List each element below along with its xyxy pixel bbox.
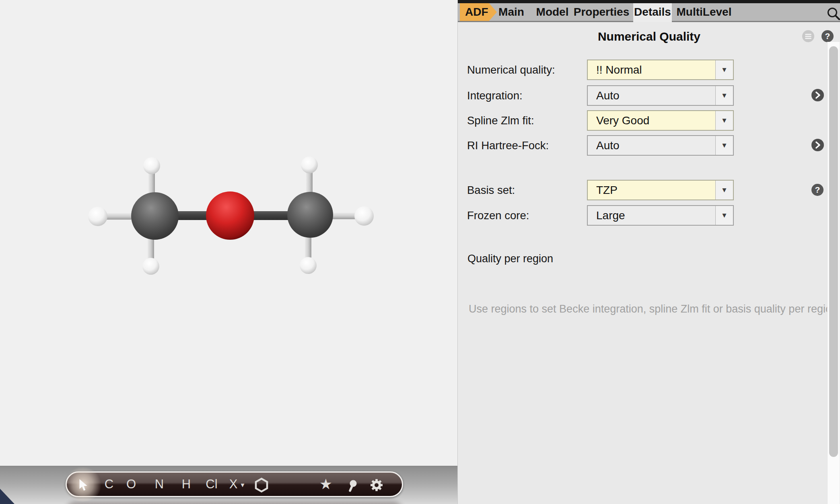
cursor-arrow-icon [78,479,88,492]
settings-panel: ADF Main Model Properties Details MultiL… [457,0,840,504]
frozen-core-select[interactable]: Large ▼ [587,205,734,226]
ring-tool-button[interactable] [254,473,269,496]
hexagon-ring-icon [254,477,269,494]
spline-zlm-fit-select[interactable]: Very Good ▼ [587,110,734,131]
chevron-down-icon: ▼ [721,92,728,99]
panel-menu-button[interactable] [802,30,814,42]
tab-multilevel[interactable]: MultiLevel [677,3,732,21]
basis-set-value: TZP [588,181,715,200]
pin-tool-icon [346,478,358,492]
tab-properties[interactable]: Properties [574,3,630,21]
tab-details[interactable]: Details [634,3,671,21]
chevron-down-icon: ▼ [721,212,728,219]
frozen-core-label: Frozen core: [467,205,529,226]
element-toolbar: C O N H Cl X ▼ ★ [66,471,403,497]
frozen-core-value: Large [588,206,715,225]
molecule-3d-render [0,0,457,504]
integration-label: Integration: [467,85,523,106]
dropdown-arrow-button[interactable]: ▼ [715,181,733,200]
dropdown-arrow-button[interactable]: ▼ [715,136,733,155]
dropdown-arrow-button[interactable]: ▼ [715,86,733,105]
chevron-down-icon: ▼ [721,142,728,149]
atom-c [287,192,333,238]
chevron-down-icon: ▼ [721,186,728,194]
basis-set-label: Basis set: [467,180,515,200]
numerical-quality-select[interactable]: !! Normal ▼ [587,60,734,80]
toolbar-reflection [66,502,403,504]
search-button[interactable] [826,6,840,21]
integration-value: Auto [588,86,715,105]
panel-help-button[interactable]: ? [821,30,834,42]
pin-tool-button[interactable] [346,473,358,496]
numerical-quality-value: !! Normal [588,60,715,79]
ri-hartree-fock-value: Auto [588,136,715,155]
atom-h [142,258,159,275]
favorites-star-button[interactable]: ★ [319,473,332,496]
scrollbar-track[interactable] [827,42,840,504]
element-c-button[interactable]: C [105,473,113,496]
element-n-button[interactable]: N [155,473,164,496]
integration-select[interactable]: Auto ▼ [587,85,734,106]
numerical-quality-label: Numerical quality: [467,60,555,80]
chevron-right-icon [811,89,824,101]
tab-main[interactable]: Main [498,3,524,21]
atom-h [301,156,318,173]
hamburger-menu-icon [802,34,814,39]
dropdown-arrow-button[interactable]: ▼ [715,206,733,225]
atom-h [88,207,107,226]
gear-icon [369,477,384,493]
scrollbar-thumb[interactable] [829,46,838,457]
element-h-button[interactable]: H [182,473,191,496]
chevron-right-icon [811,139,824,151]
search-icon [826,6,840,21]
ri-hartree-fock-detail-button[interactable] [811,139,824,151]
element-o-button[interactable]: O [126,473,136,496]
atom-h [143,157,160,174]
dropdown-arrow-button[interactable]: ▼ [715,60,733,79]
basis-set-select[interactable]: TZP ▼ [587,180,734,200]
molecule-viewport[interactable]: C O N H Cl X ▼ ★ [0,0,457,504]
tab-model[interactable]: Model [536,3,569,21]
settings-gear-button[interactable] [369,473,384,496]
element-x-button[interactable]: X [229,473,238,496]
ri-hartree-fock-label: RI Hartree-Fock: [467,135,549,156]
atom-o [206,191,254,240]
dropdown-arrow-button[interactable]: ▼ [715,111,733,130]
chevron-down-icon: ▼ [721,117,728,124]
app-window: C O N H Cl X ▼ ★ [0,0,840,504]
atom-c [131,192,179,240]
basis-set-help-button[interactable]: ? [811,184,824,196]
region-hint-text: Use regions to set Becke integration, sp… [469,303,838,315]
tab-adf[interactable]: ADF [460,3,497,21]
element-cl-button[interactable]: Cl [206,473,217,496]
select-pointer-tool[interactable] [78,473,88,496]
spline-zlm-fit-label: Spline Zlm fit: [467,110,534,131]
chevron-down-icon: ▼ [721,66,728,74]
quality-per-region-label: Quality per region [467,253,553,265]
atom-h [354,206,374,226]
atom-h [300,257,317,274]
corner-logo-shape [0,489,14,504]
spline-zlm-fit-value: Very Good [588,111,715,130]
panel-top-strip [458,0,840,3]
page-title: Numerical Quality [458,30,840,43]
element-x-dropdown-caret-icon[interactable]: ▼ [240,481,246,488]
integration-detail-button[interactable] [811,89,824,101]
ri-hartree-fock-select[interactable]: Auto ▼ [587,135,734,156]
